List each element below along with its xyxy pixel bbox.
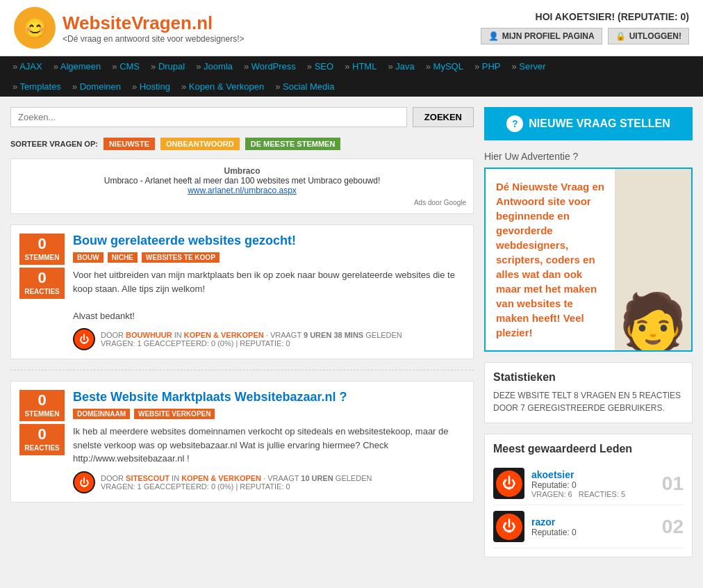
nav-server[interactable]: Server (506, 59, 551, 74)
content: ZOEKEN SORTEER VRAGEN OP: NIEUWSTE ONBEA… (10, 107, 474, 557)
nav-joomla[interactable]: Joomla (190, 59, 238, 74)
author-link-1[interactable]: BOUWHUUR (126, 331, 172, 339)
vote-area-2: 0 STEMMEN 0 REACTIES (19, 390, 65, 493)
react-label-1: REACTIES (24, 288, 60, 295)
member-stats-1: VRAGEN: 6 REACTIES: 5 (531, 490, 655, 498)
question-mark-icon: ? (506, 115, 523, 132)
search-input[interactable] (10, 107, 407, 127)
sidebar-ad-image: 🧑 (615, 169, 691, 350)
nav-cms[interactable]: CMS (106, 59, 145, 74)
logout-icon: 🔒 (615, 31, 626, 41)
nav-social-media[interactable]: Social Media (270, 79, 340, 94)
ad-link[interactable]: www.arlanet.nl/umbraco.aspx (188, 186, 297, 195)
logo-area: 😊 WebsiteVragen.nl <Dé vraag en antwoord… (14, 7, 245, 49)
nav-domeinen[interactable]: Domeinen (67, 79, 126, 94)
member-avatar-2: ⏻ (493, 511, 524, 542)
member-reacties-1: REACTIES: 5 (579, 490, 625, 498)
member-rank-2: 02 (662, 516, 684, 538)
header-right: HOI AKOETSIER! (REPUTATIE: 0) 👤 MIJN PRO… (481, 11, 689, 44)
question-card-2: 0 STEMMEN 0 REACTIES Beste Website Markt… (10, 381, 474, 503)
new-question-button[interactable]: ? NIEUWE VRAAG STELLEN (484, 107, 693, 140)
sidebar: ? NIEUWE VRAAG STELLEN Hier Uw Advertent… (484, 107, 693, 557)
logo-text: WebsiteVragen.nl <Dé vraag en antwoord s… (63, 13, 245, 44)
logout-label: UITLOGGEN! (629, 31, 681, 41)
main: ZOEKEN SORTEER VRAGEN OP: NIEUWSTE ONBEA… (0, 97, 703, 568)
logo-face: 😊 (14, 7, 56, 49)
nav-row-2: Templates Domeinen Hosting Kopen & Verko… (7, 76, 696, 97)
tags-2: DOMEINNAAM WEBSITE VERKOPEN (73, 409, 465, 419)
reactions-2: 0 REACTIES (19, 424, 65, 455)
author-link-2[interactable]: SITESCOUT (126, 474, 169, 482)
tag-website-verkopen[interactable]: WEBSITE VERKOPEN (134, 409, 215, 419)
member-info-2: razor Reputatie: 0 (531, 516, 655, 537)
member-rep-2: Reputatie: 0 (531, 528, 655, 537)
person-icon: 👤 (488, 31, 499, 41)
vote-label-2: STEMMEN (25, 410, 60, 418)
nav-mysql[interactable]: MySQL (420, 59, 469, 74)
sidebar-ad-text: Dé Nieuwste Vraag en Antwoord site voor … (486, 169, 615, 350)
vote-area-1: 0 STEMMEN 0 REACTIES (19, 234, 65, 350)
nav-templates[interactable]: Templates (7, 79, 67, 94)
sort-label: SORTEER VRAGEN OP: (10, 140, 98, 148)
member-avatar-inner-2: ⏻ (496, 514, 522, 540)
sort-newest[interactable]: NIEUWSTE (104, 138, 155, 150)
nav-seo[interactable]: SEO (301, 59, 339, 74)
search-bar: ZOEKEN (10, 107, 474, 127)
search-button[interactable]: ZOEKEN (413, 107, 474, 127)
question-title-2[interactable]: Beste Website Marktplaats Websitebazaar.… (73, 390, 465, 405)
nav-algemeen[interactable]: Algemeen (48, 59, 107, 74)
hier-advertentie-label: Hier Uw Advertentie ? (484, 151, 693, 162)
members-box: Meest gewaardeerd Leden ⏻ akoetsier Repu… (484, 434, 693, 557)
tag-websites-te-koop[interactable]: WEBSITES TE KOOP (142, 252, 220, 263)
tagline: <Dé vraag en antwoord site voor webdesig… (63, 34, 245, 44)
sort-most-votes[interactable]: DE MEESTE STEMMEN (245, 138, 341, 150)
member-name-2[interactable]: razor (531, 516, 655, 528)
greeting: HOI AKOETSIER! (REPUTATIE: 0) (481, 11, 689, 22)
stats-box: Statistieken DEZE WBSITE TELT 8 VRAGEN E… (484, 362, 693, 423)
tag-niche[interactable]: NICHE (108, 252, 138, 263)
question-meta-1: ⏻ DOOR BOUWHUUR IN KOPEN & VERKOPEN · VR… (73, 328, 465, 350)
vote-label-1: STEMMEN (25, 254, 60, 261)
votes-1: 0 STEMMEN (19, 234, 65, 265)
sort-bar: SORTEER VRAGEN OP: NIEUWSTE ONBEANTWOORD… (10, 138, 474, 150)
profile-button[interactable]: 👤 MIJN PROFIEL PAGINA (481, 28, 602, 44)
question-meta-2: ⏻ DOOR SITESCOUT IN KOPEN & VERKOPEN · V… (73, 471, 465, 493)
sort-unanswered[interactable]: ONBEANTWOORD (160, 138, 240, 150)
nav-java[interactable]: Java (382, 59, 420, 74)
question-title-1[interactable]: Bouw gerelateerde websites gezocht! (73, 234, 465, 248)
nav-row-1: AJAX Algemeen CMS Drupal Joomla WordPres… (7, 56, 696, 76)
nav-kopen-verkopen[interactable]: Kopen & Verkopen (176, 79, 270, 94)
profile-label: MIJN PROFIEL PAGINA (502, 31, 595, 41)
tag-bouw[interactable]: BOUW (73, 252, 104, 263)
nav-ajax[interactable]: AJAX (7, 59, 48, 74)
member-vragen-1: VRAGEN: 6 (531, 490, 572, 498)
ad-title: Umbraco (18, 166, 466, 176)
tag-domeinnaam[interactable]: DOMEINNAAM (73, 409, 130, 419)
nav-wordpress[interactable]: WordPress (238, 59, 301, 74)
category-link-1[interactable]: KOPEN & VERKOPEN (184, 331, 264, 339)
question-body-1: Bouw gerelateerde websites gezocht! BOUW… (73, 234, 465, 350)
category-link-2[interactable]: KOPEN & VERKOPEN (181, 474, 261, 482)
question-card-1: 0 STEMMEN 0 REACTIES Bouw gerelateerde w… (10, 224, 474, 359)
ad-text: Umbraco - Arlanet heeft al meer dan 100 … (18, 176, 466, 186)
react-count-2: 0 (19, 427, 65, 442)
logout-button[interactable]: 🔒 UITLOGGEN! (608, 28, 689, 44)
stats-text: DEZE WBSITE TELT 8 VRAGEN EN 5 REACTIES … (493, 389, 684, 414)
nav-hosting[interactable]: Hosting (126, 79, 176, 94)
members-title: Meest gewaardeerd Leden (493, 443, 684, 455)
site-name: WebsiteVragen.nl (63, 13, 245, 34)
member-name-1[interactable]: akoetsier (531, 469, 655, 480)
tags-1: BOUW NICHE WEBSITES TE KOOP (73, 252, 465, 263)
ad-footer: Ads door Google (18, 199, 466, 206)
avatar-inner-2: ⏻ (74, 473, 94, 492)
nav-drupal[interactable]: Drupal (145, 59, 190, 74)
nav-php[interactable]: PHP (469, 59, 506, 74)
author-avatar-2: ⏻ (73, 471, 95, 493)
member-rep-1: Reputatie: 0 (531, 480, 655, 490)
meta-text-2: DOOR SITESCOUT IN KOPEN & VERKOPEN · VRA… (101, 474, 372, 491)
nav-html[interactable]: HTML (339, 59, 382, 74)
react-label-2: REACTIES (24, 444, 60, 452)
member-rank-1: 01 (662, 473, 684, 495)
question-text-1: Voor het uitbreiden van mijn marktplaats… (73, 268, 465, 322)
header-buttons: 👤 MIJN PROFIEL PAGINA 🔒 UITLOGGEN! (481, 28, 689, 44)
